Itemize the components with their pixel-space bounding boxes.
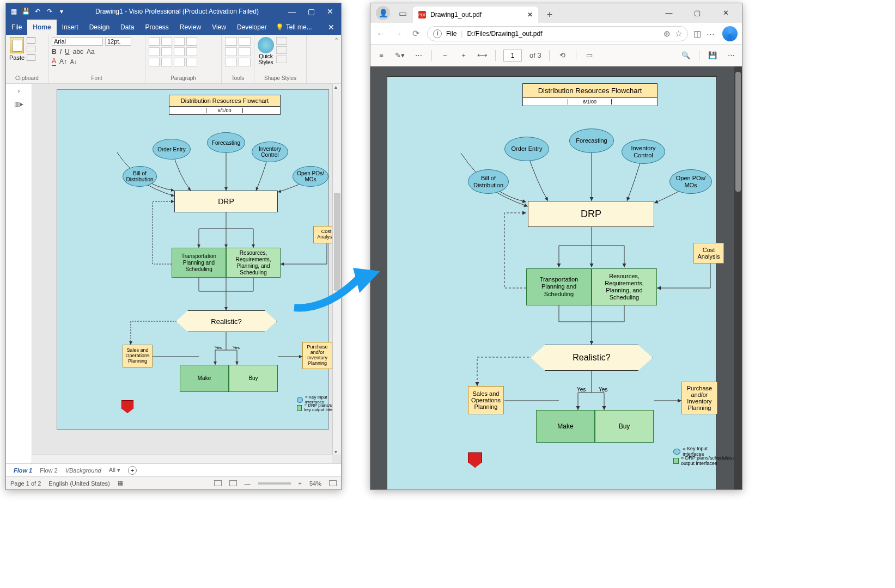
- indent-inc-button[interactable]: [174, 47, 185, 56]
- page-tab-vbg[interactable]: VBackground: [65, 467, 101, 474]
- node-purchase[interactable]: Purchase and/or Inventory Planning: [302, 342, 332, 369]
- node-open-pos[interactable]: Open POs/ MOs: [293, 166, 328, 187]
- node-drp[interactable]: DRP: [174, 191, 278, 212]
- node-make[interactable]: Make: [180, 365, 229, 392]
- favorite-icon[interactable]: ☆: [675, 29, 682, 39]
- zoom-in-button[interactable]: +: [299, 480, 302, 487]
- ellipse-tool-button[interactable]: [225, 58, 237, 66]
- visio-titlebar[interactable]: ▦ 💾 ↶ ↷ ▾ Drawing1 - Visio Professional …: [6, 3, 341, 20]
- save-icon[interactable]: 💾: [21, 7, 30, 16]
- refresh-button[interactable]: ⟳: [410, 28, 422, 39]
- align-center-button[interactable]: [161, 58, 172, 66]
- zoom-out-button[interactable]: −: [440, 51, 450, 59]
- edge-maximize-button[interactable]: ▢: [685, 5, 709, 20]
- node-transport[interactable]: Transportation Planning and Scheduling: [172, 248, 226, 278]
- more-tools-icon[interactable]: ⋯: [413, 51, 424, 59]
- new-tab-button[interactable]: +: [541, 7, 558, 23]
- indent-dec-button[interactable]: [161, 47, 172, 56]
- text-tool-button[interactable]: [225, 47, 237, 56]
- page-number-input[interactable]: [503, 50, 522, 62]
- line-tool-button[interactable]: [239, 58, 251, 66]
- pdf-scrollbar[interactable]: [734, 66, 742, 489]
- pointer-tool-button[interactable]: [225, 37, 237, 46]
- bold-button[interactable]: B: [52, 48, 57, 56]
- save-pdf-icon[interactable]: 💾: [707, 51, 718, 59]
- paste-button[interactable]: Paste: [9, 37, 25, 61]
- minimize-button[interactable]: —: [288, 7, 296, 16]
- ribbon-close-icon[interactable]: ✕: [321, 23, 341, 32]
- tab-process[interactable]: Process: [139, 20, 174, 35]
- zoom-slider[interactable]: [258, 482, 291, 485]
- settings-menu-icon[interactable]: ⋯: [707, 29, 715, 39]
- connector-tool-button[interactable]: [239, 37, 251, 46]
- copilot-icon[interactable]: [722, 26, 738, 41]
- maximize-button[interactable]: ▢: [308, 7, 315, 16]
- back-button[interactable]: ←: [375, 29, 387, 39]
- grow-font-button[interactable]: A↑: [59, 58, 67, 65]
- italic-button[interactable]: I: [60, 48, 62, 56]
- tab-review[interactable]: Review: [174, 20, 206, 35]
- line-spacing-button[interactable]: [186, 47, 197, 56]
- tab-home[interactable]: Home: [27, 20, 56, 35]
- macro-record-icon[interactable]: ▦: [118, 480, 123, 487]
- node-sales-ops[interactable]: Sales and Operations Planning: [123, 345, 153, 367]
- quick-styles-button[interactable]: Quick Styles: [258, 37, 274, 65]
- underline-button[interactable]: U: [65, 48, 70, 56]
- rectangle-tool-button[interactable]: [239, 47, 251, 56]
- strike-button[interactable]: abc: [73, 48, 83, 56]
- page-tab-all[interactable]: All ▾: [109, 467, 120, 474]
- node-buy[interactable]: Buy: [229, 365, 278, 392]
- align-bottom-button[interactable]: [174, 37, 185, 46]
- zoom-in-button[interactable]: +: [458, 51, 469, 59]
- ribbon-collapse-icon[interactable]: ⌃: [334, 37, 339, 44]
- tab-close-icon[interactable]: ✕: [527, 11, 533, 19]
- shapes-pane[interactable]: › ▥▸: [6, 84, 32, 463]
- page-width-icon[interactable]: [229, 480, 237, 486]
- page-view-icon[interactable]: ▭: [584, 51, 595, 59]
- tell-me[interactable]: 💡Tell me...: [276, 23, 312, 31]
- presentation-mode-icon[interactable]: [214, 480, 222, 486]
- format-painter-icon[interactable]: [27, 54, 35, 61]
- tab-data[interactable]: Data: [115, 20, 139, 35]
- zoom-level[interactable]: 54%: [309, 480, 321, 487]
- effects-button[interactable]: [276, 56, 287, 63]
- copy-icon[interactable]: [27, 46, 35, 52]
- drawing-page[interactable]: Yes Yes Distribution Resources Flowchart…: [57, 89, 329, 430]
- pdf-viewport[interactable]: Yes Yes Distribution Resources Flowchart…: [370, 66, 742, 489]
- page-tab-flow1[interactable]: Flow 1: [14, 467, 32, 474]
- address-bar[interactable]: i File | D:/Files/Drawing1_out.pdf ⊕ ☆: [427, 26, 688, 41]
- tab-insert[interactable]: Insert: [57, 20, 84, 35]
- stencil-icon[interactable]: ▥▸: [14, 100, 23, 108]
- align-left-button[interactable]: [149, 58, 160, 66]
- edge-minimize-button[interactable]: —: [657, 5, 681, 20]
- node-realistic[interactable]: Realistic?: [176, 310, 277, 332]
- red-arrow-marker[interactable]: [121, 400, 133, 413]
- cut-icon[interactable]: [27, 37, 35, 44]
- find-icon[interactable]: 🔍: [680, 51, 691, 59]
- align-top-button[interactable]: [149, 37, 160, 46]
- horizontal-scrollbar[interactable]: [32, 455, 332, 463]
- node-bill[interactable]: Bill of Distribution: [123, 166, 157, 187]
- page-tab-flow2[interactable]: Flow 2: [40, 467, 57, 474]
- font-size-input[interactable]: [105, 37, 131, 46]
- shapes-expand-icon[interactable]: ›: [18, 87, 20, 95]
- contents-icon[interactable]: ≡: [376, 51, 387, 59]
- text-case-button[interactable]: Aa: [87, 48, 95, 56]
- pdf-more-icon[interactable]: ⋯: [726, 51, 736, 59]
- tab-design[interactable]: Design: [84, 20, 115, 35]
- node-inventory[interactable]: Inventory Control: [252, 142, 288, 162]
- tab-file[interactable]: File: [6, 20, 27, 35]
- undo-icon[interactable]: ↶: [33, 7, 42, 16]
- font-color-button[interactable]: A: [52, 57, 56, 66]
- fit-page-icon[interactable]: [329, 480, 337, 486]
- font-name-input[interactable]: [52, 37, 103, 46]
- pdf-scrollbar-thumb[interactable]: [735, 72, 741, 192]
- rotate-button[interactable]: [186, 58, 197, 66]
- edge-close-button[interactable]: ✕: [714, 5, 738, 20]
- fill-button[interactable]: [276, 37, 287, 45]
- site-info-icon[interactable]: i: [433, 29, 442, 38]
- bullets-button[interactable]: [149, 47, 160, 56]
- split-screen-icon[interactable]: ◫: [693, 29, 701, 39]
- close-button[interactable]: ✕: [327, 7, 333, 16]
- node-order-entry[interactable]: Order Entry: [153, 139, 191, 160]
